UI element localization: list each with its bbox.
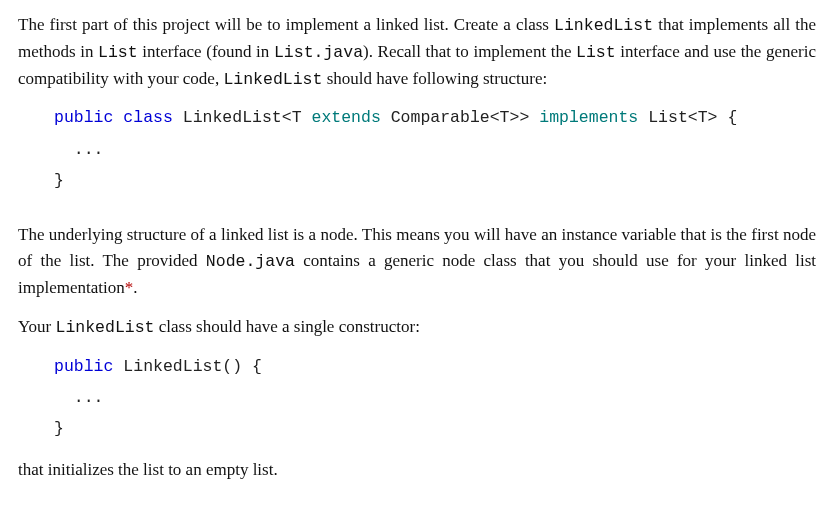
code-classname: LinkedList<T: [183, 108, 302, 127]
code-list2: List: [576, 43, 616, 62]
keyword-implements: implements: [539, 108, 638, 127]
code-constructor-sig: LinkedList() {: [123, 357, 262, 376]
paragraph-constructor: Your LinkedList class should have a sing…: [18, 314, 816, 341]
keyword-public: public: [54, 108, 113, 127]
text: .: [133, 278, 137, 297]
code-listjava: List.java: [274, 43, 363, 62]
keyword-extends: extends: [311, 108, 380, 127]
code-comparable: Comparable<T>>: [391, 108, 530, 127]
text: class should have a single constructor:: [155, 317, 420, 336]
code-listt: List<T> {: [648, 108, 737, 127]
text: interface (found in: [138, 42, 274, 61]
code-block-constructor: public LinkedList() { ... }: [54, 351, 816, 445]
code-nodejava: Node.java: [206, 252, 295, 271]
paragraph-empty-list: that initializes the list to an empty li…: [18, 457, 816, 483]
code-dots: ...: [74, 388, 104, 407]
keyword-public: public: [54, 357, 113, 376]
text: that initializes the list to an empty li…: [18, 460, 278, 479]
code-close-brace: }: [54, 171, 64, 190]
paragraph-intro: The first part of this project will be t…: [18, 12, 816, 92]
code-linkedlist2: LinkedList: [223, 70, 322, 89]
text: ). Recall that to implement the: [363, 42, 576, 61]
paragraph-node: The underlying structure of a linked lis…: [18, 222, 816, 300]
code-list: List: [98, 43, 138, 62]
text: Your: [18, 317, 56, 336]
text: should have following structure:: [322, 69, 547, 88]
code-block-class-decl: public class LinkedList<T extends Compar…: [54, 102, 816, 196]
code-dots: ...: [74, 140, 104, 159]
footnote-asterisk: *: [125, 278, 134, 297]
keyword-class: class: [123, 108, 173, 127]
code-linkedlist: LinkedList: [554, 16, 653, 35]
code-close-brace: }: [54, 419, 64, 438]
code-linkedlist3: LinkedList: [56, 318, 155, 337]
text: The first part of this project will be t…: [18, 15, 554, 34]
